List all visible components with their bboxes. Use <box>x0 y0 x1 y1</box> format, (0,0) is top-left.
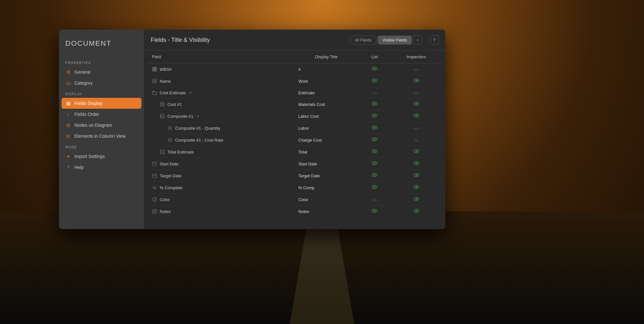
eye-icon[interactable] <box>372 125 377 131</box>
display-title-cell[interactable]: Labor <box>293 122 359 134</box>
elements-icon: ⊟ <box>65 133 71 139</box>
table-row: Cost Estimate ▾ Estimate n/a n/a <box>147 87 443 98</box>
eye-icon[interactable] <box>413 208 419 214</box>
display-title-cell[interactable]: Charge Cost <box>293 134 359 146</box>
svg-rect-2 <box>153 69 154 71</box>
table-row: % % Complete % Comp. <box>147 182 443 194</box>
display-title-cell[interactable]: Work <box>293 75 359 87</box>
na-label: n/a <box>372 91 377 95</box>
eye-icon[interactable] <box>413 173 419 178</box>
eye-icon[interactable] <box>372 113 377 119</box>
help-button[interactable]: ? <box>430 35 439 44</box>
eye-icon[interactable] <box>372 78 377 84</box>
list-visibility-cell[interactable] <box>360 110 390 122</box>
display-title-cell[interactable]: % Comp. <box>293 182 359 194</box>
list-visibility-cell[interactable] <box>360 75 390 87</box>
info-button[interactable]: i <box>413 35 422 44</box>
display-title-cell[interactable]: Notes <box>293 206 359 218</box>
field-cell: Notes <box>147 206 293 218</box>
display-title-cell[interactable]: Start Date <box>293 158 359 170</box>
na-label: n/a <box>414 91 419 95</box>
list-visibility-cell[interactable] <box>360 134 390 146</box>
sidebar-item-help[interactable]: ? Help <box>59 162 144 173</box>
eye-icon[interactable] <box>372 185 377 190</box>
inspectors-visibility-cell[interactable] <box>390 182 443 194</box>
svg-point-48 <box>415 186 417 188</box>
sidebar-item-import-settings[interactable]: ✦ Import Settings <box>59 151 144 162</box>
table-row: Notes Notes <box>147 206 443 218</box>
sidebar-item-general[interactable]: ⚙ General <box>59 67 144 78</box>
all-fields-button[interactable]: All Fields <box>350 36 376 44</box>
inspectors-visibility-cell[interactable] <box>390 194 443 206</box>
inspectors-visibility-cell[interactable]: n/a <box>390 122 443 134</box>
fields-order-icon: ↕ <box>65 111 71 117</box>
display-title-cell[interactable]: Total <box>293 146 359 158</box>
eye-icon[interactable] <box>413 185 419 190</box>
inspectors-visibility-cell[interactable]: n/a <box>390 63 443 75</box>
list-visibility-cell[interactable] <box>360 182 390 194</box>
sidebar-item-elements-column-view[interactable]: ⊟ Elements in Column View <box>59 131 144 142</box>
eye-icon[interactable] <box>413 149 419 154</box>
display-title-cell[interactable]: Target Date <box>293 170 359 182</box>
inspectors-visibility-cell[interactable] <box>390 206 443 218</box>
field-cell: Cost Estimate ▾ <box>147 87 293 98</box>
chevron-icon[interactable]: ▾ <box>197 115 199 118</box>
inspectors-visibility-cell[interactable]: n/a <box>390 134 443 146</box>
list-visibility-cell[interactable] <box>360 122 390 134</box>
list-visibility-cell[interactable]: n/a <box>360 87 390 98</box>
field-type-icon <box>160 149 165 154</box>
field-cell: Name <box>147 75 293 87</box>
display-title-cell[interactable]: # <box>293 63 359 75</box>
page-title: Fields - Title & Visibility <box>151 37 345 43</box>
eye-icon[interactable] <box>413 113 419 119</box>
display-title-cell[interactable]: Labor Cost <box>293 110 359 122</box>
list-visibility-cell[interactable] <box>360 146 390 158</box>
field-type-icon <box>160 114 165 119</box>
eye-icon[interactable] <box>372 173 377 178</box>
field-name: Composite #1 - Quantity <box>175 126 220 131</box>
eye-icon[interactable] <box>372 101 377 107</box>
app-title: DOCUMENT <box>59 39 144 57</box>
fields-table: Field Display Title List Inspectors WBS#… <box>147 51 443 218</box>
eye-icon[interactable] <box>413 101 419 107</box>
eye-icon[interactable] <box>372 149 377 154</box>
sidebar-item-fields-order[interactable]: ↕ Fields Order <box>59 109 144 120</box>
sidebar-item-category[interactable]: 🗂 Category <box>59 78 144 88</box>
table-row: Start Date Start Date <box>147 158 443 170</box>
chevron-icon[interactable]: ▾ <box>190 91 191 95</box>
list-visibility-cell[interactable] <box>360 98 390 110</box>
na-label: n/a <box>414 138 419 142</box>
eye-icon[interactable] <box>413 78 419 84</box>
inspectors-visibility-cell[interactable]: n/a <box>390 87 443 98</box>
list-visibility-cell[interactable] <box>360 63 390 75</box>
inspectors-visibility-cell[interactable] <box>390 98 443 110</box>
visible-fields-button[interactable]: Visible Fields <box>378 36 412 44</box>
inspectors-visibility-cell[interactable] <box>390 170 443 182</box>
eye-icon[interactable] <box>413 197 419 202</box>
inspectors-visibility-cell[interactable] <box>390 146 443 158</box>
field-name: Name <box>160 79 171 84</box>
inspectors-visibility-cell[interactable] <box>390 75 443 87</box>
display-title-cell[interactable]: Materials Cost <box>293 98 359 110</box>
list-visibility-cell[interactable]: n/a <box>360 194 390 206</box>
category-icon: 🗂 <box>65 80 71 86</box>
list-visibility-cell[interactable] <box>360 170 390 182</box>
field-type-icon <box>152 161 157 166</box>
eye-icon[interactable] <box>372 161 377 166</box>
inspectors-visibility-cell[interactable] <box>390 110 443 122</box>
sidebar-item-fields-display[interactable]: ▦ Fields Display <box>62 98 141 109</box>
display-title-cell[interactable]: Estimate <box>293 87 359 98</box>
eye-icon[interactable] <box>413 161 419 166</box>
svg-rect-16 <box>160 114 164 118</box>
field-name: Total Estimate <box>167 150 194 154</box>
display-title-cell[interactable]: Color <box>293 194 359 206</box>
sidebar-item-nodes-on-diagram[interactable]: ⊟ Nodes on Diagram <box>59 120 144 131</box>
eye-icon[interactable] <box>372 137 377 143</box>
eye-icon[interactable] <box>372 66 377 72</box>
list-visibility-cell[interactable] <box>360 206 390 218</box>
eye-icon[interactable] <box>372 208 377 214</box>
list-visibility-cell[interactable] <box>360 158 390 170</box>
sidebar-item-label: Elements in Column View <box>74 134 126 139</box>
svg-point-25 <box>374 127 375 128</box>
inspectors-visibility-cell[interactable] <box>390 158 443 170</box>
